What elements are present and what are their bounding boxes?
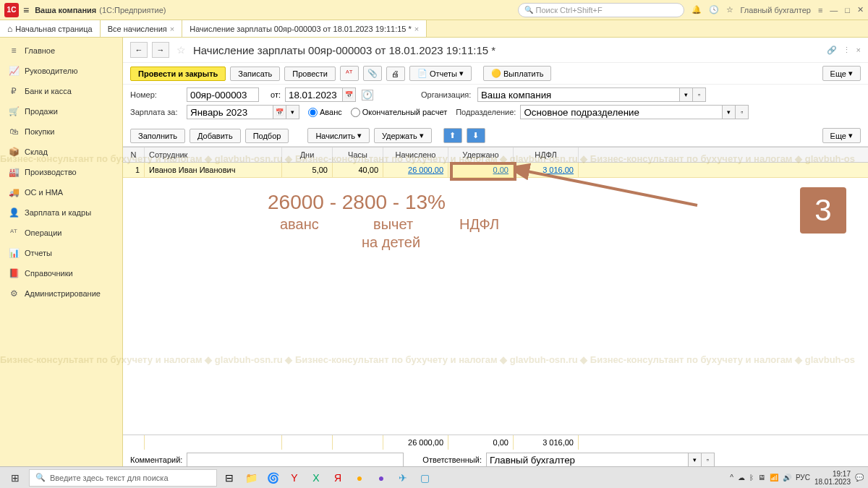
notifications-icon[interactable]: 💬 [855,474,864,481]
col-employee[interactable]: Сотрудник [145,147,282,162]
final-radio[interactable]: Окончательный расчет [351,108,447,117]
accrue-button[interactable]: Начислить ▾ [307,128,370,143]
pay-button[interactable]: 🟡 Выплатить [483,66,551,81]
explorer-icon[interactable]: 📁 [242,468,260,487]
tab-close-icon[interactable]: × [414,25,419,33]
edge-icon[interactable]: 🌀 [263,468,282,487]
tab-document[interactable]: Начисление зарплаты 00яр-000003 от 18.01… [182,20,427,37]
more-button[interactable]: Еще ▾ [822,128,861,143]
save-button[interactable]: Записать [230,67,280,81]
col-hours[interactable]: Часы [333,147,383,162]
sidebar-item-sales[interactable]: 🛒Продажи [0,101,122,121]
sidebar-item-warehouse[interactable]: 📦Склад [0,142,122,162]
sidebar-item-bank[interactable]: ₽Банк и касса [0,81,122,101]
comment-input[interactable] [187,453,404,467]
lang-indicator[interactable]: РУС [796,474,810,481]
clock[interactable]: 19:17 18.01.2023 [814,470,851,486]
responsible-input[interactable] [486,453,689,467]
date-input[interactable] [285,87,343,102]
minimize-icon[interactable]: — [830,6,838,14]
link-icon[interactable]: 🔗 [827,46,837,55]
cell-withheld[interactable]: 0,00 [448,163,514,177]
user-label[interactable]: Главный бухгалтер [741,6,811,14]
help-icon[interactable]: ⋮ [843,46,851,55]
excel-icon[interactable]: X [307,468,326,487]
advance-radio[interactable]: Аванс [308,108,342,117]
print-button[interactable]: 🖨 [386,67,405,81]
post-button[interactable]: Провести [284,67,336,81]
org-input[interactable] [477,87,680,102]
move-down-icon[interactable]: ⬇ [467,128,485,143]
sidebar-item-manager[interactable]: 📈Руководителю [0,61,122,81]
star-icon[interactable]: ☆ [726,5,733,14]
sidebar-item-operations[interactable]: ᴬᵀОперации [0,223,122,243]
dept-input[interactable] [520,105,723,119]
col-ndfl[interactable]: НДФЛ [514,147,579,162]
yandex-browser-icon[interactable]: Я [328,468,347,487]
global-search[interactable]: Поиск Ctrl+Shift+F [518,3,684,17]
yandex-icon[interactable]: Y [285,468,304,487]
layout-icon[interactable]: ≡ [818,6,822,14]
windows-search[interactable]: 🔍 Введите здесь текст для поиска [29,469,217,487]
wifi-icon[interactable]: 📶 [770,474,778,481]
post-close-button[interactable]: Провести и закрыть [130,67,226,81]
app-1c-icon[interactable]: ● [350,468,369,487]
withhold-button[interactable]: Удержать ▾ [374,128,432,143]
volume-icon[interactable]: 🔊 [783,474,791,481]
dropdown-icon[interactable]: ▾ [689,453,702,467]
attach-button[interactable]: 📎 [363,66,382,81]
dtk-button[interactable]: ᴬᵀ [340,66,359,81]
telegram-icon[interactable]: ✈ [393,468,412,487]
sidebar-item-production[interactable]: 🏭Производство [0,162,122,182]
col-withheld[interactable]: Удержано [448,147,514,162]
bluetooth-icon[interactable]: ᛒ [749,474,754,481]
viber-icon[interactable]: ● [372,468,391,487]
sidebar-item-main[interactable]: ≡Главное [0,40,122,61]
sidebar-item-reports[interactable]: 📊Отчеты [0,243,122,263]
fill-button[interactable]: Заполнить [130,129,185,143]
history-icon[interactable]: 🕓 [709,5,719,14]
table-row[interactable]: 1 Иванов Иван Иванович 5,00 40,00 26 000… [123,163,868,178]
tab-home[interactable]: Начальная страница [0,20,101,37]
col-accrued[interactable]: Начислено [383,147,448,162]
open-icon[interactable]: ▫ [736,105,749,119]
sidebar-item-assets[interactable]: 🚚ОС и НМА [0,182,122,202]
period-input[interactable] [187,105,273,119]
favorite-icon[interactable]: ☆ [176,44,186,56]
move-up-icon[interactable]: ⬆ [443,128,462,143]
menu-icon[interactable]: ≡ [23,4,29,16]
back-button[interactable]: ← [130,42,148,58]
pick-button[interactable]: Подбор [245,129,289,143]
sidebar-item-catalogs[interactable]: 📕Справочники [0,263,122,283]
add-button[interactable]: Добавить [190,129,241,143]
col-days[interactable]: Дни [282,147,333,162]
cell-accrued[interactable]: 26 000,00 [383,163,448,177]
number-input[interactable] [187,87,259,102]
time-icon[interactable]: 🕐 [362,90,373,100]
close-icon[interactable]: ✕ [857,5,864,14]
tray-chevron-icon[interactable]: ^ [730,474,733,481]
tab-close-icon[interactable]: × [170,25,174,33]
app-icon[interactable]: ▢ [415,468,434,487]
onedrive-icon[interactable]: ☁ [738,474,745,481]
dropdown-icon[interactable]: ▾ [723,105,736,119]
open-icon[interactable]: ▫ [702,453,715,467]
taskview-icon[interactable]: ⊟ [220,468,239,487]
calendar-icon[interactable]: 📅 [343,87,356,102]
restore-icon[interactable]: □ [845,6,850,14]
bell-icon[interactable]: 🔔 [692,5,702,14]
dropdown-icon[interactable]: ▾ [286,105,299,119]
dropdown-icon[interactable]: ▾ [680,87,693,102]
col-n[interactable]: N [123,147,145,162]
forward-button[interactable]: → [152,42,169,58]
network-icon[interactable]: 🖥 [758,474,765,481]
close-doc-icon[interactable]: × [856,46,861,55]
more-button[interactable]: Еще ▾ [822,66,861,81]
open-icon[interactable]: ▫ [693,87,706,102]
sidebar-item-admin[interactable]: ⚙Администрирование [0,283,122,304]
reports-button[interactable]: 📄 Отчеты ▾ [409,66,472,81]
calendar-icon[interactable]: 📅 [273,105,286,119]
start-button[interactable]: ⊞ [4,468,26,487]
sidebar-item-salary[interactable]: 👤Зарплата и кадры [0,202,122,223]
sidebar-item-purchases[interactable]: 🛍Покупки [0,121,122,142]
